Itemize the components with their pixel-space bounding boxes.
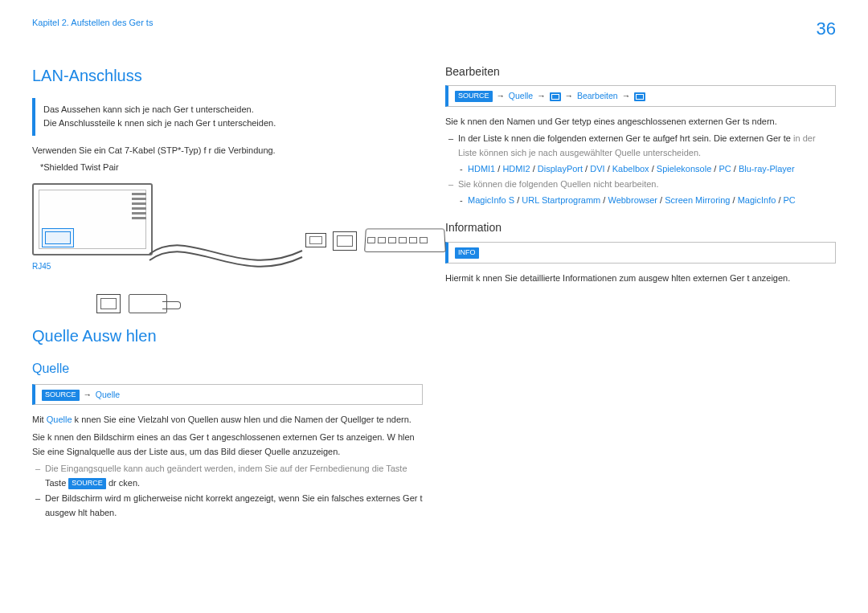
heading-quelle-auswaehlen: Quelle Ausw hlen [32, 323, 423, 349]
left-column: LAN-Anschluss Das Aussehen kann sich je … [32, 63, 423, 522]
info-button-tag: INFO [455, 247, 479, 259]
source-button-tag: SOURCE [42, 390, 80, 401]
src: PC [784, 195, 796, 205]
heading-lan: LAN-Anschluss [32, 63, 423, 88]
source-button-tag: SOURCE [455, 91, 493, 102]
source-list-uneditable: MagicInfo S / URL Startprogramm / Webbro… [445, 194, 836, 208]
quelle-keyword: Quelle [47, 415, 72, 424]
arrow-icon: → [620, 89, 633, 103]
src: Kabelbox [612, 164, 649, 174]
note-wrong-source: Der Bildschirm wird m glicherweise nicht… [32, 492, 423, 520]
text: Die Eingangsquelle kann auch geändert we… [45, 464, 407, 473]
nav-step: Quelle [96, 390, 120, 399]
arrow-icon: → [535, 89, 547, 103]
info-line: Das Aussehen kann sich je nach Ger t unt… [43, 103, 415, 117]
information-description: Hiermit k nnen Sie detaillierte Informat… [445, 272, 836, 286]
text: Mit [32, 415, 47, 424]
src: Blu-ray-Player [739, 164, 795, 174]
arrow-icon: → [563, 89, 575, 103]
bearbeiten-description: Sie k nnen den Namen und Ger tetyp eines… [445, 115, 836, 129]
nav-step: Quelle [509, 91, 533, 100]
src: Webbrowser [608, 195, 657, 205]
subheading-quelle: Quelle [32, 358, 423, 379]
cable-instruction: Verwenden Sie ein Cat 7-Kabel (STP*-Typ)… [32, 144, 423, 158]
src: HDMI1 [468, 164, 495, 174]
quelle-description: Mit Quelle k nnen Sie eine Vielzahl von … [32, 413, 423, 427]
info-line: Die Anschlussteile k nnen sich je nach G… [43, 116, 415, 131]
src: Spielekonsole [657, 164, 712, 174]
page-number: 36 [817, 14, 836, 43]
arrow-icon: → [81, 388, 93, 402]
lan-jack-icon [333, 231, 357, 251]
rj45-label: RJ45 [32, 260, 51, 273]
cable-connector-icon [129, 294, 167, 313]
src: MagicInfo [738, 195, 776, 205]
subheading-bearbeiten: Bearbeiten [445, 63, 836, 80]
src: MagicInfo S [468, 195, 514, 205]
rj45-plug-icon [305, 233, 326, 247]
lan-diagram: RJ45 [32, 178, 423, 323]
src: Screen Mirroring [665, 195, 730, 205]
note-uneditable: Sie können die folgenden Quellen nicht b… [445, 178, 836, 192]
note-external-list: In der Liste k nnen die folgenden extern… [445, 132, 836, 160]
text: k nnen Sie eine Vielzahl von Quellen aus… [72, 415, 411, 424]
quelle-usage: Sie k nnen den Bildschirm eines an das G… [32, 431, 423, 459]
src: HDMI2 [502, 164, 530, 174]
lan-jack-icon [96, 294, 121, 313]
note-remote: Die Eingangsquelle kann auch geändert we… [32, 462, 423, 490]
network-switch-icon [364, 228, 446, 252]
src: DisplayPort [538, 164, 583, 174]
subheading-information: Information [445, 219, 836, 236]
nav-path-quelle: SOURCE → Quelle [32, 384, 423, 406]
arrow-icon: → [494, 89, 506, 103]
src: DVI [590, 164, 604, 174]
rj45-port-icon [42, 228, 74, 247]
device-rear-icon [32, 183, 153, 255]
nav-path-bearbeiten: SOURCE → Quelle → → Bearbeiten → [445, 85, 836, 107]
source-list-editable: HDMI1 / HDMI2 / DisplayPort / DVI / Kabe… [445, 162, 836, 177]
right-column: Bearbeiten SOURCE → Quelle → → Bearbeite… [445, 63, 836, 522]
two-column-layout: LAN-Anschluss Das Aussehen kann sich je … [32, 63, 836, 522]
info-box-appearance: Das Aussehen kann sich je nach Ger t unt… [32, 98, 423, 136]
chapter-heading: Kapitel 2. Aufstellen des Ger ts [32, 16, 836, 31]
nav-step: Bearbeiten [577, 91, 618, 100]
cable-icon [141, 233, 317, 275]
enter-button-icon [634, 92, 645, 101]
source-button-tag: SOURCE [68, 478, 106, 489]
stp-note: *Shielded Twist Pair [32, 161, 423, 175]
src: URL Startprogramm [522, 195, 600, 205]
src: PC [719, 164, 731, 174]
text: dr cken. [106, 478, 140, 488]
up-button-icon [550, 92, 561, 101]
nav-path-info: INFO [445, 242, 836, 264]
